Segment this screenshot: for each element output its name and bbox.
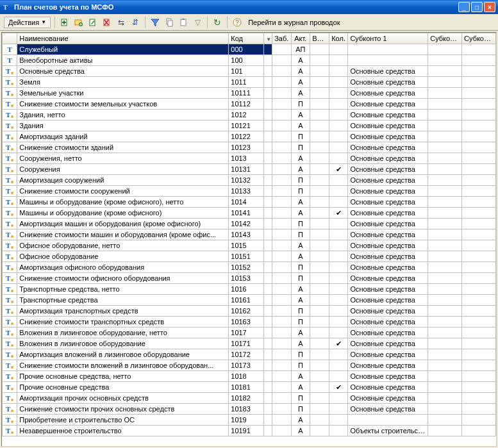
table-row[interactable]: TСнижение стоимости вложений в лизингово… bbox=[3, 360, 496, 371]
header-val[interactable]: Вал. bbox=[310, 33, 329, 44]
cell-kol bbox=[329, 262, 348, 273]
row-icon: T bbox=[3, 338, 17, 349]
header-name[interactable]: Наименование bbox=[17, 33, 229, 44]
cell-kol bbox=[329, 317, 348, 328]
table-row[interactable]: TАмортизация машин и оборудования (кроме… bbox=[3, 219, 496, 229]
table-row[interactable]: TВложения в лизинговое оборудование, нет… bbox=[3, 328, 496, 338]
table-row[interactable]: TПрочие основные средства, нетто1018АОсн… bbox=[3, 371, 496, 382]
table-row[interactable]: TСнижение стоимости офисного оборудовани… bbox=[3, 273, 496, 284]
window-title: План счетов учета по МСФО bbox=[14, 3, 458, 11]
cell-dropdown bbox=[264, 142, 272, 153]
move-up-icon[interactable]: ⇆ bbox=[115, 17, 127, 28]
header-zab[interactable]: Заб. bbox=[272, 33, 291, 44]
filter-icon[interactable] bbox=[149, 17, 161, 28]
table-row[interactable]: TАмортизация прочих основных средств1018… bbox=[3, 393, 496, 404]
cell-dropdown bbox=[264, 77, 272, 88]
table-row[interactable]: TЗдания, нетто1012АОсновные средства bbox=[3, 110, 496, 120]
cell-sub2 bbox=[428, 66, 462, 77]
cell-sub2 bbox=[428, 306, 462, 317]
minimize-button[interactable]: _ bbox=[458, 2, 470, 12]
table-row[interactable]: TПрочие основные средства10181А✔Основные… bbox=[3, 382, 496, 393]
delete-icon[interactable] bbox=[101, 17, 113, 28]
cell-sub3 bbox=[462, 131, 496, 142]
clipboard-icon[interactable] bbox=[178, 17, 189, 28]
cell-dropdown bbox=[264, 328, 272, 338]
table-row[interactable]: TСнижение стоимости прочих основных сред… bbox=[3, 404, 496, 415]
add-group-icon[interactable] bbox=[73, 17, 85, 28]
table-row[interactable]: TСнижение стоимости транспортных средств… bbox=[3, 317, 496, 328]
table-row[interactable]: TСооружения10131А✔Основные средства bbox=[3, 164, 496, 175]
table-row[interactable]: TОсновные средства101АОсновные средства bbox=[3, 66, 496, 77]
table-row[interactable]: TСлужебный000АП bbox=[3, 44, 496, 55]
cell-zab bbox=[272, 197, 291, 208]
row-icon: T bbox=[3, 175, 17, 186]
table-row[interactable]: TТранспортные средства10161АОсновные сре… bbox=[3, 295, 496, 306]
table-row[interactable]: TАмортизация зданий10122ПОсновные средст… bbox=[3, 131, 496, 142]
cell-sub3 bbox=[462, 306, 496, 317]
cell-sub3 bbox=[462, 164, 496, 175]
cell-name: Здания, нетто bbox=[17, 110, 229, 120]
move-down-icon[interactable]: ⇵ bbox=[129, 17, 141, 28]
table-row[interactable]: TТранспортные средства, нетто1016АОсновн… bbox=[3, 284, 496, 295]
header-sub1[interactable]: Субконто 1 bbox=[348, 33, 428, 44]
table-row[interactable]: TСнижение стоимости земельных участков10… bbox=[3, 99, 496, 110]
table-row[interactable]: TАмортизация офисного оборудования10152П… bbox=[3, 262, 496, 273]
cell-code: 10141 bbox=[229, 208, 264, 219]
table-row[interactable]: TСнижение стоимости машин и оборудования… bbox=[3, 229, 496, 240]
table-row[interactable]: TОфисное оборудование10151АОсновные сред… bbox=[3, 251, 496, 262]
table-row[interactable]: TНезавершенное строительство10191АОбъект… bbox=[3, 426, 496, 436]
edit-icon[interactable] bbox=[87, 17, 99, 28]
header-sub2[interactable]: Субкон... bbox=[428, 33, 462, 44]
add-icon[interactable] bbox=[59, 17, 71, 28]
cell-akt: А bbox=[291, 426, 310, 436]
header-code[interactable]: Код bbox=[229, 33, 264, 44]
table-row[interactable]: TПриобретение и строительство ОС1019А bbox=[3, 415, 496, 426]
table-row[interactable]: TЗемля1011АОсновные средства bbox=[3, 77, 496, 88]
cell-akt: А bbox=[291, 251, 310, 262]
header-kol[interactable]: Кол. bbox=[329, 33, 348, 44]
table-row[interactable]: TЗдания10121АОсновные средства bbox=[3, 120, 496, 131]
table-row[interactable]: TАмортизация транспортных средств10162ПО… bbox=[3, 306, 496, 317]
journal-link[interactable]: Перейти в журнал проводок bbox=[245, 19, 340, 26]
table-row[interactable]: TМашины и оборудование (кроме офисного)1… bbox=[3, 208, 496, 219]
close-button[interactable]: × bbox=[484, 2, 495, 12]
help-icon[interactable]: ? bbox=[231, 17, 243, 28]
table-row[interactable]: TВнеоборотные активы100А bbox=[3, 55, 496, 66]
row-icon: T bbox=[3, 55, 17, 66]
accounts-grid[interactable]: Наименование Код ▼ Заб. Акт. Вал. Кол. С… bbox=[2, 33, 496, 446]
copy-icon[interactable] bbox=[163, 17, 175, 28]
cell-dropdown bbox=[264, 197, 272, 208]
cell-code: 1017 bbox=[229, 328, 264, 338]
row-icon: T bbox=[3, 415, 17, 426]
cell-zab bbox=[272, 371, 291, 382]
header-akt[interactable]: Акт. bbox=[291, 33, 310, 44]
table-row[interactable]: TЗемельные участки10111АОсновные средств… bbox=[3, 88, 496, 99]
header-icon[interactable] bbox=[3, 33, 17, 44]
table-row[interactable]: TСооружения, нетто1013АОсновные средства bbox=[3, 153, 496, 164]
cell-sub2 bbox=[428, 382, 462, 393]
cell-dropdown bbox=[264, 240, 272, 251]
table-row[interactable]: TСнижение стоимости зданий10123ПОсновные… bbox=[3, 142, 496, 153]
header-dropdown[interactable]: ▼ bbox=[264, 33, 272, 44]
cell-akt: П bbox=[291, 404, 310, 415]
cell-code: 10163 bbox=[229, 317, 264, 328]
filter-clear-icon[interactable]: ▽ bbox=[192, 17, 203, 28]
cell-val bbox=[310, 219, 329, 229]
cell-name: Снижение стоимости транспортных средств bbox=[17, 317, 229, 328]
refresh-icon[interactable]: ↻ bbox=[212, 17, 223, 28]
table-row[interactable]: TАмортизация сооружений10132ПОсновные ср… bbox=[3, 175, 496, 186]
table-row[interactable]: TМашины и оборудование (кроме офисного),… bbox=[3, 197, 496, 208]
cell-kol bbox=[329, 328, 348, 338]
cell-name: Снижение стоимости сооружений bbox=[17, 186, 229, 197]
table-row[interactable]: TАмортизация вложений в лизинговое обору… bbox=[3, 349, 496, 360]
maximize-button[interactable]: □ bbox=[471, 2, 483, 12]
cell-code: 1015 bbox=[229, 240, 264, 251]
table-row[interactable]: TСнижение стоимости сооружений10133ПОсно… bbox=[3, 186, 496, 197]
cell-sub2 bbox=[428, 208, 462, 219]
actions-menu-button[interactable]: Действия ▼ bbox=[4, 17, 51, 28]
header-sub3[interactable]: Субкон... bbox=[462, 33, 496, 44]
cell-kol bbox=[329, 88, 348, 99]
table-row[interactable]: TВложения в лизинговое оборудование10171… bbox=[3, 338, 496, 349]
cell-sub2 bbox=[428, 251, 462, 262]
table-row[interactable]: TОфисное оборудование, нетто1015АОсновны… bbox=[3, 240, 496, 251]
